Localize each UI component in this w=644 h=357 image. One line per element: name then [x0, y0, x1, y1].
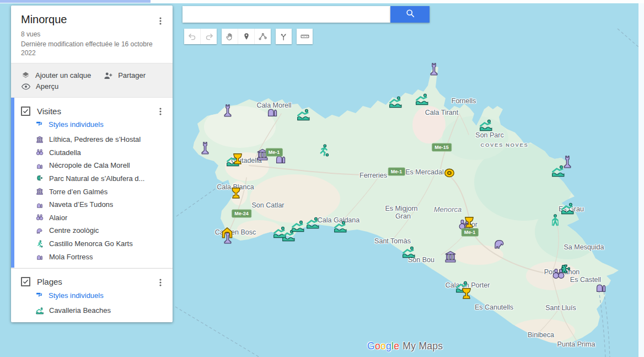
map-place-label: Fornells [452, 97, 476, 105]
list-item[interactable]: Alaior [35, 211, 173, 225]
marker-icon [242, 32, 251, 41]
bank-icon [35, 187, 44, 196]
layer-name[interactable]: Plages [37, 277, 62, 286]
binoculars-icon [35, 213, 44, 222]
share-button[interactable]: Partager [103, 71, 146, 80]
list-item[interactable]: Cavalleria Beaches [35, 304, 173, 317]
individual-styles-label: Styles individuels [49, 120, 104, 129]
layer-checkbox[interactable] [21, 277, 30, 286]
elephant-icon [35, 226, 44, 235]
search-input[interactable] [183, 6, 390, 23]
map-marker-church[interactable] [265, 104, 280, 119]
map-marker-church[interactable] [594, 279, 609, 294]
paint-roller-icon [35, 291, 44, 300]
map-marker-puzzle[interactable] [559, 263, 573, 278]
list-item[interactable]: Centre zoològic [35, 224, 173, 237]
list-item[interactable]: Castillo Menorca Go Karts [35, 237, 173, 251]
view-count: 8 vues [21, 30, 164, 38]
map-marker-lighthouse[interactable] [198, 140, 213, 155]
map-marker-lighthouse[interactable] [427, 61, 442, 76]
map-marker-beach[interactable] [479, 118, 493, 132]
layer-section-visites: Visites Styles individuels Líthica, Pedr… [11, 98, 173, 268]
map-marker-goblet[interactable] [459, 286, 474, 301]
place-label: Torre d’en Galmés [49, 188, 108, 196]
person-add-icon [103, 71, 113, 80]
paint-roller-icon [35, 120, 44, 129]
ruler-tool-button[interactable] [297, 29, 313, 44]
list-item[interactable]: Ciutadella [35, 146, 173, 159]
place-label: Ciutadella [49, 148, 81, 157]
undo-tool-button[interactable] [184, 29, 201, 44]
map-marker-beach[interactable] [291, 219, 305, 233]
google-logo: Google [367, 340, 399, 352]
redo-tool-button[interactable] [201, 29, 217, 44]
place-label: Parc Natural de s’Albufera d... [49, 174, 144, 183]
individual-styles-link[interactable]: Styles individuels [35, 291, 173, 300]
map-marker-beach[interactable] [296, 107, 311, 122]
map-marker-beach[interactable] [388, 94, 403, 109]
map-marker-beach[interactable] [415, 92, 430, 106]
beach-icon [35, 306, 44, 315]
add-layer-button[interactable]: Ajouter un calque [21, 71, 91, 80]
list-item[interactable]: Líthica, Pedreres de s’Hostal [35, 133, 173, 146]
map-marker-donut[interactable] [442, 166, 457, 180]
map-marker-goblet[interactable] [229, 186, 244, 201]
layer-menu-button[interactable] [154, 105, 167, 118]
list-item[interactable]: Naveta d’Es Tudons [35, 198, 173, 211]
bank-icon [35, 135, 44, 144]
marker-tool-button[interactable] [238, 29, 255, 44]
card-action-bar: Ajouter un calque Partager Aperçu [11, 63, 173, 98]
map-marker-lighthouse[interactable] [221, 103, 235, 118]
directions-icon [279, 32, 288, 41]
card-menu-button[interactable] [154, 14, 167, 28]
redo-icon [204, 31, 214, 41]
map-marker-beach[interactable] [333, 219, 348, 234]
list-item[interactable]: Nécropole de Cala Morell [35, 159, 173, 172]
map-toolbar [184, 29, 313, 44]
map-place-label: Punta Prima [557, 340, 595, 348]
place-label: Líthica, Pedreres de s’Hostal [49, 135, 141, 143]
place-label: Nécropole de Cala Morell [49, 161, 130, 169]
road-shield-me-1: Me-1 [266, 148, 283, 157]
map-place-label: Ferreries [359, 172, 387, 179]
map-marker-home[interactable] [220, 225, 235, 240]
map-marker-elephant[interactable] [492, 236, 507, 251]
place-label: Cavalleria Beaches [49, 306, 111, 315]
road-shield-me-1: Me-1 [461, 228, 479, 237]
list-item[interactable]: Torre d’en Galmés [35, 185, 173, 198]
map-title: Minorque [21, 13, 164, 26]
map-place-label: Es Mercadal [405, 168, 443, 176]
layer-menu-button[interactable] [154, 276, 167, 289]
map-info-card: Minorque 8 vues Dernière modification ef… [11, 6, 173, 322]
runner-icon [35, 239, 44, 248]
map-marker-runner[interactable] [316, 143, 331, 158]
map-place-label: Sant Lluís [545, 304, 576, 312]
directions-tool-button[interactable] [276, 29, 292, 44]
puzzle-icon [35, 174, 44, 183]
share-label: Partager [118, 71, 146, 79]
individual-styles-link[interactable]: Styles individuels [35, 120, 173, 129]
map-place-label: Sa Mesquida [564, 243, 604, 251]
map-marker-beach[interactable] [551, 163, 566, 178]
map-marker-beach[interactable] [305, 215, 320, 230]
map-marker-beach[interactable] [401, 244, 416, 259]
polyline-tool-button[interactable] [255, 29, 271, 44]
list-item[interactable]: Parc Natural de s’Albufera d... [35, 172, 173, 185]
layer-checkbox[interactable] [21, 106, 30, 116]
add-layer-label: Ajouter un calque [35, 71, 91, 79]
map-place-label: Binibeca [528, 331, 554, 339]
card-header: Minorque 8 vues Dernière modification ef… [11, 6, 173, 63]
search-bar[interactable] [183, 6, 390, 23]
map-marker-bank[interactable] [443, 249, 458, 264]
preview-button[interactable]: Aperçu [21, 82, 58, 90]
map-marker-beach[interactable] [560, 201, 575, 216]
place-label: Alaior [49, 214, 67, 222]
right-edge [638, 0, 644, 357]
place-label: Centre zoològic [49, 226, 99, 235]
list-item[interactable]: Mola Fortress [35, 250, 173, 263]
pan-tool-button[interactable] [222, 29, 238, 44]
map-marker-goblet[interactable] [230, 152, 245, 167]
search-button[interactable] [390, 6, 430, 23]
top-blue-strip [0, 0, 151, 3]
layer-name[interactable]: Visites [37, 106, 61, 116]
